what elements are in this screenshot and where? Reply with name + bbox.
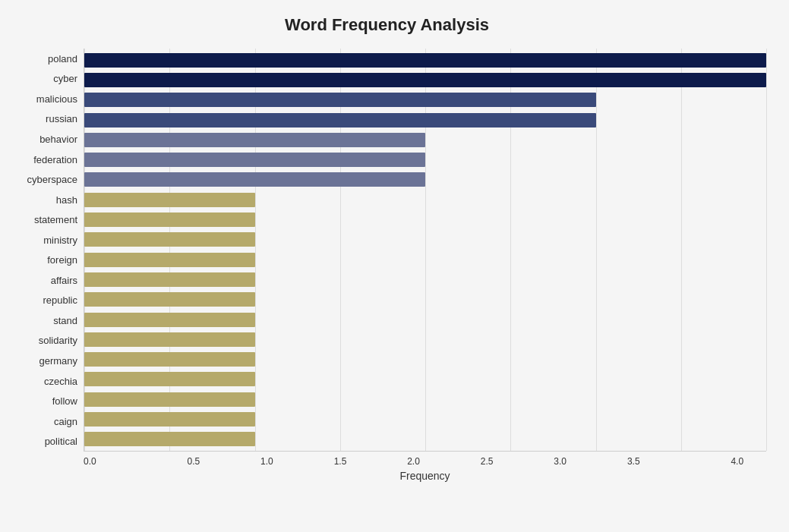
bar xyxy=(84,253,255,267)
bar xyxy=(84,272,255,287)
y-label: hash xyxy=(56,190,77,210)
y-label: federation xyxy=(33,150,77,170)
bar xyxy=(84,392,255,407)
bar xyxy=(84,133,425,147)
x-tick-label: 3.5 xyxy=(597,456,671,467)
bar-row xyxy=(84,130,766,150)
y-axis: polandcybermaliciousrussianbehaviorfeder… xyxy=(8,49,84,452)
y-label: germany xyxy=(39,351,77,371)
y-label: russian xyxy=(46,109,77,130)
y-label: cyber xyxy=(53,69,77,90)
bar-row xyxy=(84,50,766,70)
x-tick-label: 0.5 xyxy=(157,456,231,467)
bar xyxy=(84,332,255,347)
chart-container: Word Frequency Analysis polandcybermalic… xyxy=(0,0,789,532)
bar-row xyxy=(84,310,766,329)
bar-row xyxy=(84,389,766,409)
y-label: foreign xyxy=(47,250,77,270)
chart-title: Word Frequency Analysis xyxy=(8,15,766,35)
x-tick-label: 2.5 xyxy=(450,456,524,467)
bar xyxy=(84,232,255,247)
bar-row xyxy=(84,329,766,349)
y-label: malicious xyxy=(36,89,77,109)
bar-row xyxy=(84,430,766,449)
y-label: statement xyxy=(34,209,77,230)
y-label: follow xyxy=(52,391,77,411)
bar-row xyxy=(84,90,766,110)
bar xyxy=(84,372,255,386)
bar-row xyxy=(84,370,766,389)
bar-row xyxy=(84,150,766,169)
y-label: behavior xyxy=(39,129,77,150)
bar xyxy=(84,412,255,427)
y-label: republic xyxy=(43,291,77,311)
bar xyxy=(84,313,255,327)
plot-area xyxy=(84,49,766,452)
bar xyxy=(84,352,255,367)
bar-row xyxy=(84,170,766,190)
bar xyxy=(84,113,596,127)
y-label: ministry xyxy=(43,230,77,250)
bar xyxy=(84,193,255,207)
y-label: solidarity xyxy=(39,331,77,351)
y-label: czechia xyxy=(44,371,77,392)
y-label: stand xyxy=(53,310,77,331)
bar xyxy=(84,292,255,307)
bar-row xyxy=(84,110,766,130)
x-tick-label: 1.0 xyxy=(230,456,304,467)
bar xyxy=(84,93,596,107)
y-label: poland xyxy=(48,49,77,69)
bar-row xyxy=(84,269,766,289)
y-label: cyberspace xyxy=(27,169,77,190)
x-tick-label: 4.0 xyxy=(671,456,744,467)
bar xyxy=(84,153,425,167)
bar xyxy=(84,53,766,68)
bar xyxy=(84,212,255,227)
bar-row xyxy=(84,190,766,209)
bar-row xyxy=(84,409,766,429)
bar-row xyxy=(84,230,766,250)
y-label: political xyxy=(45,431,77,452)
bar-row xyxy=(84,250,766,269)
y-label: affairs xyxy=(51,270,77,291)
grid-line xyxy=(766,49,767,451)
bar xyxy=(84,73,766,87)
bar-row xyxy=(84,209,766,229)
x-tick-label: 0.0 xyxy=(84,456,157,467)
x-tick-label: 2.0 xyxy=(377,456,450,467)
bar xyxy=(84,172,425,187)
x-tick-label: 1.5 xyxy=(304,456,377,467)
bar-row xyxy=(84,290,766,310)
bar xyxy=(84,432,255,446)
bar-row xyxy=(84,70,766,90)
x-axis-title: Frequency xyxy=(84,470,766,482)
bar-row xyxy=(84,349,766,369)
x-tick-label: 3.0 xyxy=(523,456,597,467)
y-label: caign xyxy=(54,411,77,432)
